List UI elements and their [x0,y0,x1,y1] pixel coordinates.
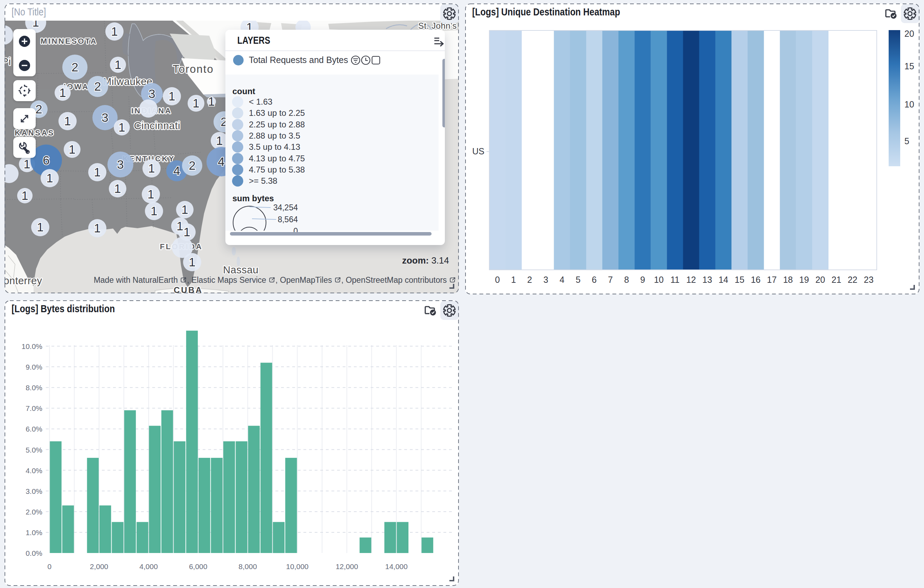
svg-text:Pi: Pi [5,56,11,67]
svg-text:9: 9 [640,275,645,284]
svg-text:Total Requests and Bytes: Total Requests and Bytes [249,55,348,65]
svg-text:1: 1 [216,134,223,147]
svg-text:2.0%: 2.0% [26,508,42,516]
svg-text:1: 1 [183,225,190,239]
svg-text:5.0%: 5.0% [26,446,42,454]
svg-text:15: 15 [735,275,744,284]
svg-text:1: 1 [150,204,157,218]
svg-text:4,000: 4,000 [139,562,158,570]
svg-text:9.0%: 9.0% [26,363,42,371]
svg-text:2: 2 [189,159,195,172]
svg-text:8: 8 [624,275,629,284]
svg-text:Cincinnati: Cincinnati [134,120,180,131]
svg-text:1: 1 [114,182,121,195]
svg-text:19: 19 [799,275,809,284]
svg-text:MINNESOTA: MINNESOTA [41,37,97,46]
svg-text:2: 2 [94,79,101,93]
svg-text:4: 4 [173,164,180,177]
svg-text:1.63 up to 2.25: 1.63 up to 2.25 [249,108,305,117]
svg-text:12: 12 [686,275,696,284]
svg-text:US: US [472,146,484,156]
svg-text:5: 5 [576,275,581,284]
svg-text:1: 1 [21,189,28,202]
svg-text:1.0%: 1.0% [26,529,42,537]
svg-text:1: 1 [181,203,188,216]
svg-text:12,000: 12,000 [336,562,358,570]
svg-text:3: 3 [148,87,155,101]
svg-text:10.0%: 10.0% [21,342,42,350]
svg-text:Toronto: Toronto [173,63,213,75]
svg-text:11: 11 [670,275,679,284]
svg-text:4.13 up to 4.75: 4.13 up to 4.75 [249,154,305,163]
svg-text:LAYERS: LAYERS [237,34,270,46]
svg-text:1: 1 [37,220,43,234]
svg-text:3: 3 [102,111,108,124]
svg-text:3.0%: 3.0% [26,487,42,495]
svg-text:16: 16 [751,275,761,284]
svg-text:23: 23 [864,275,874,284]
svg-text:6,000: 6,000 [189,562,208,570]
svg-text:2: 2 [527,275,532,284]
svg-text:1: 1 [46,171,53,185]
svg-text:sum bytes: sum bytes [233,193,274,203]
svg-text:1: 1 [118,121,125,134]
svg-text:34,254: 34,254 [273,203,298,212]
svg-text:1: 1 [148,161,155,175]
svg-text:1: 1 [59,86,66,99]
svg-text:Monterrey: Monterrey [5,275,42,286]
svg-text:2: 2 [35,102,42,116]
svg-text:0: 0 [495,275,500,284]
svg-text:1: 1 [94,221,101,235]
svg-text:1: 1 [189,255,195,269]
svg-text:1: 1 [177,219,183,233]
svg-text:4.75 up to 5.38: 4.75 up to 5.38 [249,165,305,174]
svg-text:15: 15 [904,61,914,71]
svg-text:10,000: 10,000 [286,562,309,570]
svg-text:1: 1 [147,187,154,201]
svg-text:2.88 up to 3.5: 2.88 up to 3.5 [249,131,300,140]
svg-text:2: 2 [71,60,78,74]
svg-text:3: 3 [543,275,548,284]
svg-text:1: 1 [193,96,199,110]
svg-text:6.0%: 6.0% [26,425,42,433]
svg-text:17: 17 [767,275,777,284]
svg-text:0.0%: 0.0% [26,549,42,557]
svg-text:>= 5.38: >= 5.38 [249,176,277,185]
svg-text:6: 6 [592,275,597,284]
svg-text:4: 4 [218,155,224,168]
svg-text:CUBA: CUBA [173,285,203,293]
svg-text:20: 20 [815,275,825,284]
svg-text:1: 1 [23,157,30,171]
svg-text:10: 10 [654,275,663,284]
svg-text:6: 6 [43,153,50,167]
svg-text:KANSAS: KANSAS [15,129,54,137]
svg-text:Nassau: Nassau [223,264,258,276]
svg-text:7.0%: 7.0% [26,404,42,412]
svg-text:3.5 up to 4.13: 3.5 up to 4.13 [249,142,300,152]
svg-text:14,000: 14,000 [385,562,408,570]
svg-text:8,564: 8,564 [277,215,298,224]
svg-text:20: 20 [904,29,914,38]
svg-text:7: 7 [608,275,613,284]
svg-text:4: 4 [559,275,564,284]
svg-text:1: 1 [64,114,71,128]
svg-text:8.0%: 8.0% [26,383,42,391]
svg-text:1: 1 [168,89,175,103]
svg-text:1: 1 [69,142,75,156]
svg-text:21: 21 [832,275,842,284]
svg-text:< 1.63: < 1.63 [249,97,272,106]
svg-text:1: 1 [114,58,121,71]
svg-text:18: 18 [783,275,793,284]
svg-text:2,000: 2,000 [90,562,109,570]
svg-text:1: 1 [208,94,214,108]
svg-text:10: 10 [904,99,914,109]
svg-text:5: 5 [904,136,909,146]
svg-text:14: 14 [719,275,728,284]
svg-text:0: 0 [48,562,52,570]
svg-text:13: 13 [703,275,712,284]
svg-text:1: 1 [511,275,516,284]
svg-text:4.0%: 4.0% [26,467,42,475]
svg-text:2.25 up to 2.88: 2.25 up to 2.88 [249,120,305,129]
svg-text:1: 1 [94,165,101,179]
svg-text:22: 22 [848,275,858,284]
